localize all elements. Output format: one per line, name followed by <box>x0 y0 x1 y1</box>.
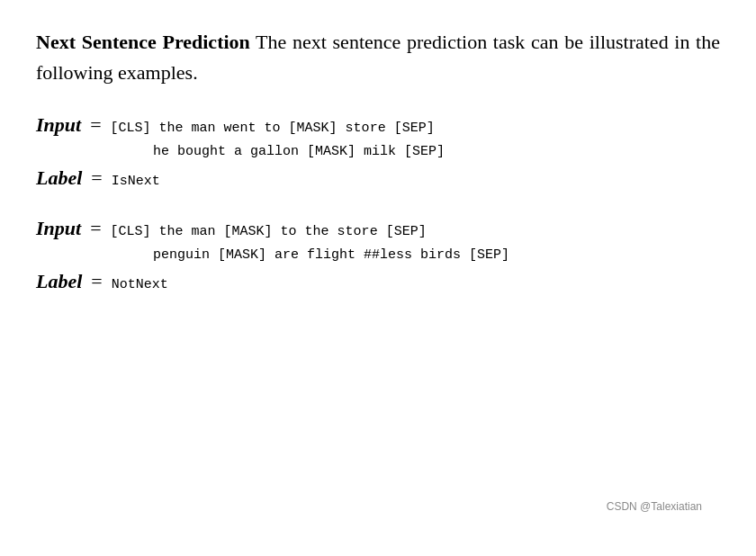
page-wrapper: Next Sentence Prediction The next senten… <box>36 27 720 529</box>
example1-block: Input = [CLS] the man went to [MASK] sto… <box>36 113 720 190</box>
example1-line1-text: [CLS] the man went to [MASK] store [SEP] <box>111 121 435 136</box>
example2-equals: = <box>90 217 101 240</box>
example1-continuation: he bought a gallon [MASK] milk [SEP] <box>153 142 720 159</box>
example2-label-line: Label = NotNext <box>36 270 720 293</box>
example1-label-line: Label = IsNext <box>36 166 720 190</box>
example2-input-label: Input <box>36 217 81 240</box>
title-paragraph: Next Sentence Prediction The next senten… <box>36 27 720 88</box>
example2-block: Input = [CLS] the man [MASK] to the stor… <box>36 217 720 293</box>
example1-equals: = <box>90 113 101 137</box>
example1-label-key: Label <box>36 166 82 190</box>
example2-label-value: NotNext <box>112 277 168 292</box>
example1-input-line: Input = [CLS] the man went to [MASK] sto… <box>36 113 720 137</box>
example1-label-value: IsNext <box>112 174 160 189</box>
example2-label-key: Label <box>36 270 82 293</box>
example1-label-equals: = <box>91 166 102 190</box>
example1-line2-text: he bought a gallon [MASK] milk [SEP] <box>153 144 445 159</box>
watermark: CSDN @Talexiatian <box>607 500 702 513</box>
title-bold: Next Sentence Prediction <box>36 31 250 53</box>
example2-line1-text: [CLS] the man [MASK] to the store [SEP] <box>111 224 427 239</box>
example2-label-equals: = <box>91 270 102 293</box>
example2-line2-text: penguin [MASK] are flight ##less birds [… <box>153 247 509 263</box>
example1-input-label: Input <box>36 113 81 137</box>
example2-input-line: Input = [CLS] the man [MASK] to the stor… <box>36 217 720 240</box>
example2-continuation: penguin [MASK] are flight ##less birds [… <box>153 246 720 263</box>
